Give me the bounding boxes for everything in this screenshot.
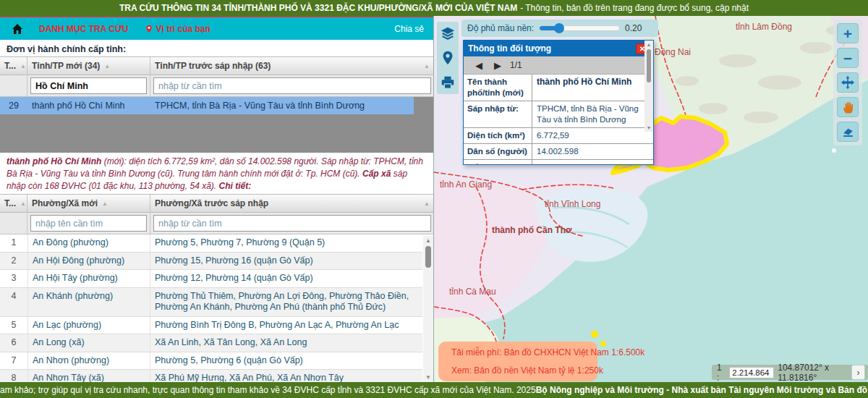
layers-icon[interactable] xyxy=(440,25,456,41)
sort-icon: ▲ xyxy=(104,63,110,69)
chevron-right-icon: › xyxy=(857,368,860,378)
pan-hand-button[interactable] xyxy=(837,97,859,117)
row-ward-new: An Long (xã) xyxy=(27,334,150,352)
popup-header[interactable]: Thông tin đối tượng ✕ xyxy=(464,41,653,56)
column-header-province-new[interactable]: Tỉnh/TP mới (34) ▲ xyxy=(27,57,150,75)
row-index: 29 xyxy=(0,101,27,111)
row-index: 2 xyxy=(0,253,27,270)
province-new-filter-input[interactable] xyxy=(30,77,147,94)
table-row[interactable]: 3An Hội Tây (phường)Phường 12, Phường 14… xyxy=(0,270,422,288)
attribute-value: thành phố Hồ Chí Minh xyxy=(532,75,653,101)
scroll-up-icon[interactable]: ▲ xyxy=(644,41,653,48)
column-index-label: T... xyxy=(4,61,16,71)
view-link-label: Xem: Bản đồ nền Việt Nam tỷ lệ 1:250k xyxy=(451,365,603,376)
locate-icon[interactable] xyxy=(440,50,456,66)
column-old-label: Tỉnh/TP trước sáp nhập (63) xyxy=(155,61,271,71)
row-index: 5 xyxy=(0,317,27,334)
column-new-label: Tỉnh/TP mới (34) xyxy=(32,61,100,71)
app-subtitle: - Thông tin, bản đồ trên trang đang được… xyxy=(520,3,749,13)
scrollbar-thumb[interactable] xyxy=(647,49,651,82)
scalebar-expand-button[interactable]: › xyxy=(851,365,865,380)
column-header-province-old[interactable]: Tỉnh/TP trước sáp nhập (63) ▲ xyxy=(150,57,434,75)
province-filter-row xyxy=(0,75,434,97)
row-index: 4 xyxy=(0,288,27,316)
attribute-label: Sáp nhập từ: xyxy=(464,101,532,127)
scroll-up-icon[interactable]: ▲ xyxy=(423,236,433,245)
printer-icon[interactable] xyxy=(440,75,456,90)
nav-menu-label: DANH MỤC TRA CỨU xyxy=(39,24,129,34)
table-row[interactable]: 4An Khánh (phường)Phường Thủ Thiêm, Phườ… xyxy=(0,288,422,317)
share-button[interactable]: Chia sẻ xyxy=(394,24,424,34)
popup-scrollbar[interactable]: ▲ ▼ xyxy=(644,41,653,132)
popup-pager: ◀ ▶ 1/1 xyxy=(464,56,653,75)
attribute-value: 6.772,59 xyxy=(532,128,653,143)
row-province-new: thành phố Hồ Chí Minh xyxy=(27,101,150,111)
row-ward-old: Phường 12, Phường 14 (quận Gò Vấp) xyxy=(150,270,422,287)
table-row[interactable]: 6An Long (xã)Xã An Linh, Xã Tân Long, Xã… xyxy=(0,334,422,352)
scroll-down-icon[interactable]: ▼ xyxy=(423,373,433,382)
column-header-ward-new[interactable]: Phường/Xã mới ▲ xyxy=(27,195,150,212)
scroll-down-icon[interactable]: ▼ xyxy=(644,124,653,132)
attribute-label: Tên thành phố/tỉnh (mới) xyxy=(464,75,532,101)
column-header-index[interactable]: T... ▲ xyxy=(0,57,27,75)
table-row[interactable]: 7An Nhơn (phường)Phường 5, Phường 6 (quậ… xyxy=(0,352,422,371)
nav-menu-catalog[interactable]: DANH MỤC TRA CỨU xyxy=(39,24,129,34)
location-pin-icon xyxy=(145,24,153,34)
app-root: TRA CỨU THÔNG TIN 34 TỈNH/THÀNH PHỐ VÀ 3… xyxy=(0,0,868,398)
row-ward-new: An Hội Tây (phường) xyxy=(27,270,150,287)
ward-old-filter-input[interactable] xyxy=(153,215,431,232)
opacity-control: Độ phủ mầu nền: 0.20 xyxy=(461,20,658,37)
table-row[interactable]: 8An Nhơn Tây (xã)Xã Phú Mỹ Hưng, Xã An P… xyxy=(0,370,422,382)
sort-icon: ▲ xyxy=(102,200,108,207)
slider-knob[interactable] xyxy=(554,23,564,33)
scrollbar-thumb[interactable] xyxy=(425,246,431,268)
table-row[interactable]: 2An Hội Đông (phường)Phường 15, Phường 1… xyxy=(0,253,422,271)
attribute-label: Diện tích (km²) xyxy=(464,128,532,143)
hand-icon xyxy=(841,101,855,114)
opacity-label: Độ phủ mầu nền: xyxy=(467,23,534,33)
top-title-bar: TRA CỨU THÔNG TIN 34 TỈNH/THÀNH PHỐ VÀ 3… xyxy=(0,0,868,16)
row-ward-old: Phường 15, Phường 16 (quận Gò Vấp) xyxy=(150,253,422,270)
download-map-link[interactable]: Tải miễn phí: Bản đồ CHXHCN Việt Nam 1:6… xyxy=(447,347,589,357)
nav-your-location[interactable]: Vị trí của bạn xyxy=(145,24,210,34)
popup-attribute-table: Tên thành phố/tỉnh (mới)thành phố Hồ Chí… xyxy=(464,75,653,165)
row-ward-old: Phường 5, Phường 7, Phường 9 (Quận 5) xyxy=(150,234,422,252)
opacity-value: 0.20 xyxy=(625,23,642,33)
table-row[interactable]: 5An Lạc (phường)Phường Bình Trị Đông B, … xyxy=(0,317,422,335)
opacity-slider[interactable] xyxy=(539,25,620,31)
ward-filter-row xyxy=(0,213,434,234)
next-feature-button[interactable]: ▶ xyxy=(490,60,506,71)
zoom-in-button[interactable]: + xyxy=(837,23,859,43)
row-index: 6 xyxy=(0,334,27,352)
ward-table-rows: 1An Đông (phường)Phường 5, Phường 7, Phư… xyxy=(0,234,422,382)
table-row[interactable]: 1An Đông (phường)Phường 5, Phường 7, Phư… xyxy=(0,234,422,253)
column-header-ward-old[interactable]: Phường/Xã trước sáp nhập ▲ xyxy=(150,195,434,212)
ward-table-scrollbar[interactable]: ▲ ▼ xyxy=(423,236,433,382)
attribute-value: TPHCM, tỉnh Bà Rịa - Vũng Tàu và tỉnh Bì… xyxy=(532,101,653,127)
column-header-index[interactable]: T... ▲ xyxy=(0,195,27,212)
scale-input[interactable] xyxy=(729,367,774,378)
pan-button[interactable] xyxy=(837,72,859,93)
province-old-filter-input[interactable] xyxy=(153,77,431,94)
table-row-selected[interactable]: 29 thành phố Hồ Chí Minh TPHCM, tỉnh Bà … xyxy=(0,97,414,114)
clear-eraser-button[interactable] xyxy=(837,122,859,142)
popup-attribute-row: Tên thành phố/tỉnh (mới)thành phố Hồ Chí… xyxy=(464,75,653,101)
zoom-out-button[interactable]: − xyxy=(837,48,859,68)
navbar: DANH MỤC TRA CỨU Vị trí của bạn Chia sẻ xyxy=(0,16,434,40)
popup-attribute-row: Cấp xã sáp nhập còn:168 ĐVHC (01 đặc khu… xyxy=(464,160,653,165)
description-detail-label: Chi tiết: xyxy=(218,181,251,191)
map-toolbar-left xyxy=(437,22,459,94)
prev-feature-button[interactable]: ◀ xyxy=(471,60,487,71)
view-basemap-link[interactable]: Xem: Bản đồ nền Việt Nam tỷ lệ 1:250k xyxy=(447,365,589,376)
province-table: T... ▲ Tỉnh/TP mới (34) ▲ Tỉnh/TP trước … xyxy=(0,56,434,153)
download-notice-panel: Tải miễn phí: Bản đồ CHXHCN Việt Nam 1:6… xyxy=(438,342,597,381)
map-canvas[interactable]: tỉnh Lâm Đồng Đồng Nai tỉnh An Giang tỉn… xyxy=(434,16,868,382)
row-ward-old: Phường Thủ Thiêm, Phường An Lợi Đông, Ph… xyxy=(150,288,422,316)
plus-icon: + xyxy=(843,26,852,41)
row-ward-new: An Khánh (phường) xyxy=(27,288,150,316)
description-bold2: Cấp xã xyxy=(362,169,391,179)
row-ward-new: An Hội Đông (phường) xyxy=(27,253,150,270)
ward-new-filter-input[interactable] xyxy=(30,215,147,232)
row-ward-new: An Nhơn Tây (xã) xyxy=(27,370,150,382)
home-icon[interactable] xyxy=(12,23,23,35)
